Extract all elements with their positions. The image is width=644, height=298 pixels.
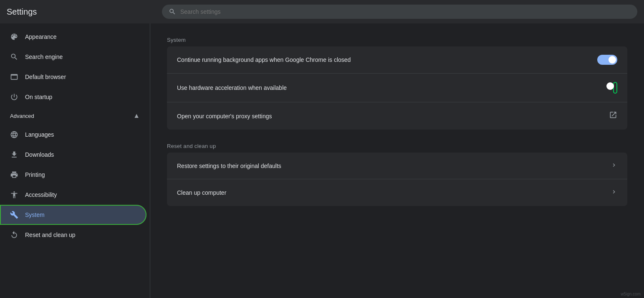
- sidebar-item-languages-label: Languages: [25, 131, 54, 138]
- printing-icon: [10, 171, 18, 179]
- sidebar-item-on-startup-label: On startup: [25, 94, 52, 100]
- sidebar-item-accessibility[interactable]: Accessibility: [0, 185, 146, 205]
- background-apps-slider: [597, 55, 617, 65]
- appearance-icon: [10, 33, 18, 41]
- sidebar-item-system[interactable]: System: [0, 205, 146, 225]
- background-apps-row[interactable]: Continue running background apps when Go…: [167, 46, 627, 74]
- system-section-title: System: [167, 37, 627, 43]
- downloads-icon: [10, 150, 18, 159]
- sidebar-item-appearance-label: Appearance: [25, 33, 57, 40]
- sidebar-item-languages[interactable]: Languages: [0, 125, 146, 145]
- accessibility-icon: [10, 191, 18, 199]
- hardware-acceleration-row[interactable]: Use hardware acceleration when available: [167, 74, 627, 102]
- system-settings-group: Continue running background apps when Go…: [167, 46, 627, 130]
- restore-defaults-row[interactable]: Restore settings to their original defau…: [167, 153, 627, 179]
- external-link-icon: [609, 111, 617, 121]
- sidebar-item-system-label: System: [25, 211, 45, 218]
- sidebar-item-default-browser-label: Default browser: [25, 74, 66, 80]
- sidebar-item-search-engine[interactable]: Search engine: [0, 47, 146, 67]
- sidebar-item-printing[interactable]: Printing: [0, 165, 146, 185]
- clean-up-computer-row[interactable]: Clean up computer: [167, 179, 627, 206]
- clean-up-computer-label: Clean up computer: [177, 189, 226, 196]
- proxy-settings-label: Open your computer's proxy settings: [177, 113, 272, 120]
- settings-title: Settings: [7, 7, 37, 17]
- advanced-chevron-icon: ▲: [133, 112, 140, 120]
- sidebar-item-accessibility-label: Accessibility: [25, 191, 57, 198]
- search-bar[interactable]: [162, 5, 637, 19]
- background-apps-toggle[interactable]: [597, 55, 617, 65]
- on-startup-icon: [10, 93, 18, 101]
- hardware-acceleration-toggle-wrapper: [613, 82, 617, 94]
- clean-up-computer-arrow-icon: [611, 188, 617, 197]
- default-browser-icon: [10, 73, 18, 81]
- search-engine-icon: [10, 53, 18, 61]
- main-layout: Appearance Search engine Default browser: [0, 23, 644, 298]
- sidebar-item-reset[interactable]: Reset and clean up: [0, 225, 146, 245]
- languages-icon: [10, 130, 18, 139]
- sidebar-item-downloads[interactable]: Downloads: [0, 145, 146, 165]
- reset-icon: [10, 231, 18, 239]
- search-icon: [169, 8, 176, 15]
- system-icon: [10, 211, 18, 219]
- hardware-acceleration-label: Use hardware acceleration when available: [177, 84, 287, 91]
- background-apps-label: Continue running background apps when Go…: [177, 56, 351, 63]
- sidebar-item-downloads-label: Downloads: [25, 151, 54, 158]
- sidebar: Appearance Search engine Default browser: [0, 23, 150, 298]
- proxy-settings-row[interactable]: Open your computer's proxy settings: [167, 102, 627, 130]
- restore-defaults-label: Restore settings to their original defau…: [177, 163, 281, 169]
- sidebar-item-on-startup[interactable]: On startup: [0, 87, 146, 107]
- advanced-section-title: Advanced: [10, 113, 34, 119]
- sidebar-item-default-browser[interactable]: Default browser: [0, 67, 146, 87]
- sidebar-item-appearance[interactable]: Appearance: [0, 27, 146, 47]
- content-area: System Continue running background apps …: [150, 23, 644, 298]
- topbar-left: Settings: [7, 7, 157, 17]
- topbar: Settings: [0, 0, 644, 23]
- reset-settings-group: Restore settings to their original defau…: [167, 153, 627, 206]
- advanced-section-header[interactable]: Advanced ▲: [0, 107, 150, 125]
- watermark: w5ign.com: [621, 292, 641, 296]
- search-input[interactable]: [180, 8, 631, 15]
- sidebar-item-printing-label: Printing: [25, 171, 45, 178]
- sidebar-item-reset-label: Reset and clean up: [25, 232, 76, 238]
- reset-section-title: Reset and clean up: [167, 143, 627, 149]
- sidebar-item-search-engine-label: Search engine: [25, 53, 63, 60]
- restore-defaults-arrow-icon: [611, 162, 617, 170]
